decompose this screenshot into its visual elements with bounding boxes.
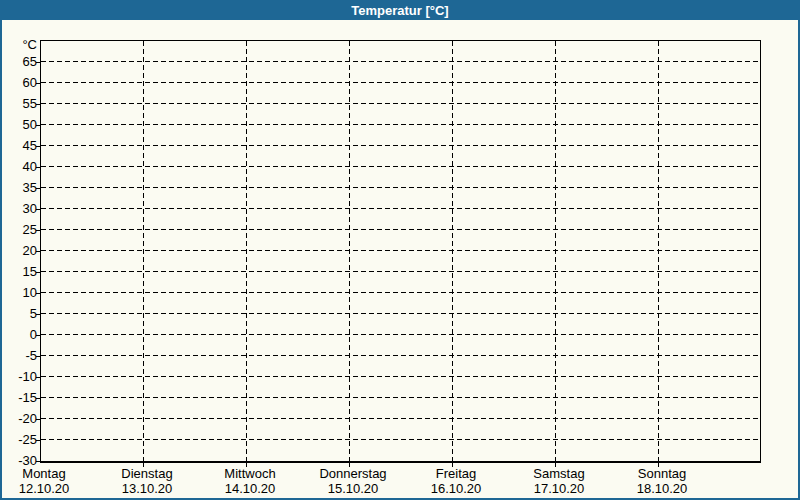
v-gridline	[555, 41, 556, 461]
v-gridline	[143, 41, 144, 461]
x-axis-day-label: Sonntag18.10.20	[637, 466, 688, 496]
day-name: Montag	[19, 466, 70, 481]
day-date: 18.10.20	[637, 481, 688, 496]
y-axis-tick-label: 50	[2, 118, 37, 132]
chart-title-bar: Temperatur [°C]	[0, 0, 800, 20]
h-gridline	[41, 271, 760, 272]
h-gridline	[41, 439, 760, 440]
y-axis-tick-label: -15	[2, 391, 37, 405]
day-name: Donnerstag	[319, 466, 386, 481]
day-name: Sonntag	[637, 466, 688, 481]
y-axis-unit-label: °C	[2, 38, 37, 52]
x-axis-day-label: Freitag16.10.20	[431, 466, 482, 496]
v-gridline	[349, 41, 350, 461]
y-axis-tick-label: 65	[2, 55, 37, 69]
y-axis-tick-label: 20	[2, 244, 37, 258]
h-gridline	[41, 397, 760, 398]
x-axis-day-label: Montag12.10.20	[19, 466, 70, 496]
v-gridline	[658, 41, 659, 461]
chart-title: Temperatur [°C]	[351, 3, 448, 18]
v-gridline	[246, 41, 247, 461]
y-axis-tick-label: -10	[2, 370, 37, 384]
y-axis-tick-label: -25	[2, 433, 37, 447]
day-date: 14.10.20	[224, 481, 275, 496]
h-gridline	[41, 166, 760, 167]
chart-window: Temperatur [°C] °C6560555045403530252015…	[0, 0, 800, 500]
x-axis-day-label: Donnerstag15.10.20	[319, 466, 386, 496]
x-axis-day-label: Mittwoch14.10.20	[224, 466, 275, 496]
h-gridline	[41, 334, 760, 335]
h-gridline	[41, 250, 760, 251]
day-date: 16.10.20	[431, 481, 482, 496]
h-gridline	[41, 124, 760, 125]
h-gridline	[41, 355, 760, 356]
h-gridline	[41, 145, 760, 146]
day-date: 15.10.20	[319, 481, 386, 496]
day-date: 12.10.20	[19, 481, 70, 496]
day-name: Mittwoch	[224, 466, 275, 481]
h-gridline	[41, 103, 760, 104]
y-axis-tick-label: 10	[2, 286, 37, 300]
x-axis-day-label: Samstag17.10.20	[533, 466, 584, 496]
y-axis-tick-label: -20	[2, 412, 37, 426]
x-axis-day-label: Dienstag13.10.20	[121, 466, 172, 496]
h-gridline	[41, 61, 760, 62]
y-axis-tick-label: 45	[2, 139, 37, 153]
day-name: Dienstag	[121, 466, 172, 481]
h-gridline	[41, 208, 760, 209]
chart-panel: °C65605550454035302520151050-5-10-15-20-…	[2, 20, 798, 498]
day-date: 17.10.20	[533, 481, 584, 496]
y-axis-tick-label: 25	[2, 223, 37, 237]
h-gridline	[41, 376, 760, 377]
h-gridline	[41, 82, 760, 83]
h-gridline	[41, 229, 760, 230]
y-axis-tick-label: 60	[2, 76, 37, 90]
h-gridline	[41, 187, 760, 188]
y-axis-tick-label: 55	[2, 97, 37, 111]
y-axis-tick-label: 30	[2, 202, 37, 216]
plot-area	[40, 40, 761, 463]
y-axis-tick-label: 15	[2, 265, 37, 279]
h-gridline	[41, 418, 760, 419]
y-axis-tick-label: -5	[2, 349, 37, 363]
h-gridline	[41, 313, 760, 314]
y-axis-tick-label: 35	[2, 181, 37, 195]
y-axis-tick-label: 0	[2, 328, 37, 342]
v-gridline	[452, 41, 453, 461]
y-axis-tick-label: 5	[2, 307, 37, 321]
day-date: 13.10.20	[121, 481, 172, 496]
day-name: Samstag	[533, 466, 584, 481]
day-name: Freitag	[431, 466, 482, 481]
y-axis-tick-label: 40	[2, 160, 37, 174]
h-gridline	[41, 292, 760, 293]
